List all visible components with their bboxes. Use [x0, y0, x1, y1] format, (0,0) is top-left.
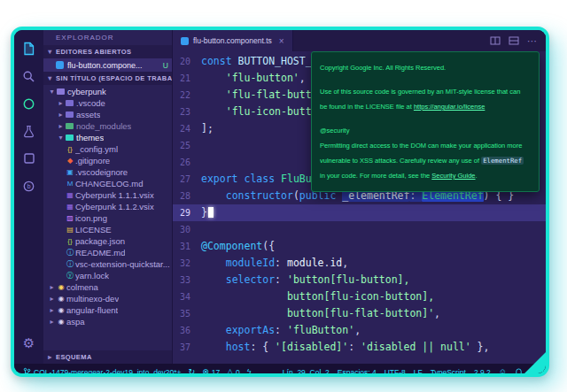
search-icon[interactable] — [19, 65, 40, 88]
line-number: 31 — [173, 238, 201, 255]
code-line-36[interactable]: 36 exportAs: 'fluButton', — [173, 322, 546, 339]
test-flask-icon[interactable] — [19, 119, 40, 142]
tooltip-link[interactable]: https://angular.io/license — [414, 103, 485, 111]
tree-item-label: colmena — [66, 282, 98, 292]
tree-item-label: .vscode — [76, 98, 105, 108]
tree-item-readme-md[interactable]: ⓘREADME.md — [43, 247, 172, 258]
tree-item-label: node_modules — [76, 121, 131, 131]
line-number: 25 — [173, 137, 201, 154]
debug-circle-icon[interactable]: b — [19, 174, 40, 197]
notifications-bell-icon[interactable] — [515, 368, 523, 377]
status-bar: COL-1479-meregear-2-dev19_into_dev20*+ ↻… — [14, 364, 546, 377]
explorer-file-icon[interactable] — [19, 37, 40, 60]
tree-item--vscode[interactable]: ▸.vscode — [43, 97, 172, 109]
branch-name: COL-1479-meregear-2-dev19_into_dev20*+ — [34, 368, 182, 377]
status-language-mode[interactable]: TypeScript — [431, 368, 466, 377]
img-file-icon: ▨ — [65, 215, 75, 222]
tree-item-changelog-md[interactable]: MCHANGELOG.md — [43, 178, 172, 189]
tree-item-license[interactable]: ▤LICENSE — [43, 224, 172, 235]
json-file-icon: {} — [65, 238, 75, 245]
vsix-file-icon: ▦ — [65, 192, 75, 199]
tree-item-package-json[interactable]: {}package.json — [43, 235, 172, 247]
tab-flu-button-component-ts[interactable]: flu-button.component.ts × — [173, 30, 293, 51]
folder-icon — [66, 111, 74, 118]
tooltip-code: ElementRef — [481, 157, 524, 165]
tree-item-cyberpunk-1-1-2-vsix[interactable]: ▦Cyberpunk 1.1.2.vsix — [43, 201, 172, 212]
activity-bar: b ⚙ — [14, 30, 43, 364]
tree-item--vscodeignore[interactable]: ▣.vscodeignore — [43, 166, 172, 178]
code-text: exportAs: 'fluButton', — [201, 322, 361, 339]
feedback-smiley-icon[interactable]: ☺ — [499, 368, 507, 376]
errors-item[interactable]: ⊗ 17 — [202, 368, 220, 377]
code-editor[interactable]: 20const BUTTON_HOST_ATTRIBUTES = [21 'fl… — [173, 51, 546, 364]
tooltip-link[interactable]: Security Guide — [431, 172, 475, 180]
extensions-square-icon[interactable] — [19, 147, 40, 170]
error-count: 17 — [212, 368, 220, 377]
split-editor-icon[interactable] — [490, 35, 501, 46]
tooltip-text: . — [476, 172, 478, 180]
chevron-right-icon: ▸ — [46, 353, 54, 361]
line-number: 28 — [173, 188, 201, 204]
code-line-33[interactable]: 33 selector: 'button[flu-button], — [173, 272, 546, 288]
tree-item-label: icon.png — [75, 213, 107, 223]
tree-item-multinexo-dev[interactable]: ▸◉multinexo-dev — [43, 293, 172, 304]
settings-gear-icon[interactable]: ⚙ — [19, 331, 40, 354]
tree-item--gitignore[interactable]: ◆.gitignore — [43, 155, 172, 166]
tree-item-node-modules[interactable]: ▸node_modules — [43, 120, 172, 132]
vscode-file-icon: ▣ — [65, 169, 75, 176]
code-text: button[flu-icon-button], — [201, 288, 434, 305]
code-line-30[interactable]: 30 — [173, 221, 546, 238]
outline-header[interactable]: ▸ ESQUEMA — [43, 350, 172, 364]
tree-item-label: aspa — [66, 317, 85, 327]
warning-count: 0 — [236, 368, 240, 377]
page-background: b ⚙ EXPLORADOR ▾ EDITORES ABIERTOS flu-b… — [0, 0, 567, 392]
tree-item-colmena[interactable]: ▸◉colmena — [43, 281, 172, 293]
sync-icon[interactable]: ↻ — [189, 368, 196, 376]
code-line-37[interactable]: 37 host: { '[disabled]': 'disabled || nu… — [173, 339, 546, 356]
layout-icon[interactable] — [509, 35, 519, 46]
tree-item-assets[interactable]: ▸assets — [43, 109, 172, 120]
line-number: 30 — [173, 221, 201, 238]
tree-item-icon-png[interactable]: ▨icon.png — [43, 212, 172, 224]
code-line-32[interactable]: 32 moduleId: module.id, — [173, 255, 546, 272]
tooltip-line: Copyright Google Inc. All Rights Reserve… — [320, 60, 531, 75]
tree-item-vsc-extension-quickstar-[interactable]: ⓘvsc-extension-quickstar... — [43, 258, 172, 270]
tree-item-cyberpunk-1-1-1-vsix[interactable]: ▦Cyberpunk 1.1.1.vsix — [43, 189, 172, 201]
tooltip-line: vulnerable to XSS attacks. Carefully rev… — [320, 153, 531, 168]
warning-icon: △ — [227, 368, 233, 376]
line-number: 29 — [173, 204, 201, 221]
tree-item-cyberpunk[interactable]: ▾cyberpunk — [43, 86, 172, 97]
status-typescript-version[interactable]: 2.9.2 — [474, 368, 491, 377]
workspace-header[interactable]: ▾ SIN TÍTULO (ESPACIO DE TRABAJO) — [43, 72, 172, 85]
chevron-right-icon: ▸ — [57, 111, 65, 119]
open-editors-header[interactable]: ▾ EDITORES ABIERTOS — [43, 45, 172, 58]
tree-item-label: package.json — [75, 236, 125, 246]
line-number: 34 — [173, 288, 201, 305]
vsix-file-icon: ▦ — [65, 204, 75, 211]
chevron-down-icon: ▾ — [48, 88, 56, 96]
tree-item-angular-fluent[interactable]: ▸◉angular-fluent — [43, 304, 172, 316]
tree-item-themes[interactable]: ▾themes — [43, 132, 172, 143]
close-tab-icon[interactable]: × — [279, 36, 284, 46]
tree-item--config-yml[interactable]: {}_config.yml — [43, 143, 172, 155]
lightning-icon[interactable]: ϟ — [247, 368, 252, 376]
status-cursor-position[interactable]: Lín. 29, Col. 2 — [283, 368, 330, 377]
status-encoding[interactable]: UTF-8 — [384, 368, 406, 377]
code-line-35[interactable]: 35 button[flu-flat-button]', — [173, 305, 546, 322]
resize-grip[interactable] — [524, 352, 546, 373]
tooltip-line: be found in the LICENSE file at https://… — [320, 99, 531, 114]
line-number: 22 — [173, 87, 201, 104]
tree-item-yarn-lock[interactable]: ⓨyarn.lock — [43, 270, 172, 281]
tab-bar: flu-button.component.ts × ⋯ — [173, 30, 546, 51]
open-editor-item[interactable]: flu-button.compone... U — [43, 58, 172, 72]
warnings-item[interactable]: △ 0 — [227, 368, 240, 377]
code-line-29[interactable]: 29} — [173, 204, 546, 221]
code-line-34[interactable]: 34 button[flu-icon-button], — [173, 288, 546, 305]
code-line-31[interactable]: 31@Component({ — [173, 238, 546, 255]
more-actions-icon[interactable]: ⋯ — [527, 35, 537, 47]
status-indentation[interactable]: Espacios: 4 — [338, 368, 377, 377]
tree-item-aspa[interactable]: ▸◉aspa — [43, 316, 172, 327]
source-control-ring-icon[interactable] — [19, 92, 40, 115]
status-eol[interactable]: LF — [414, 368, 423, 377]
git-branch-item[interactable]: COL-1479-meregear-2-dev19_into_dev20*+ — [23, 367, 182, 377]
